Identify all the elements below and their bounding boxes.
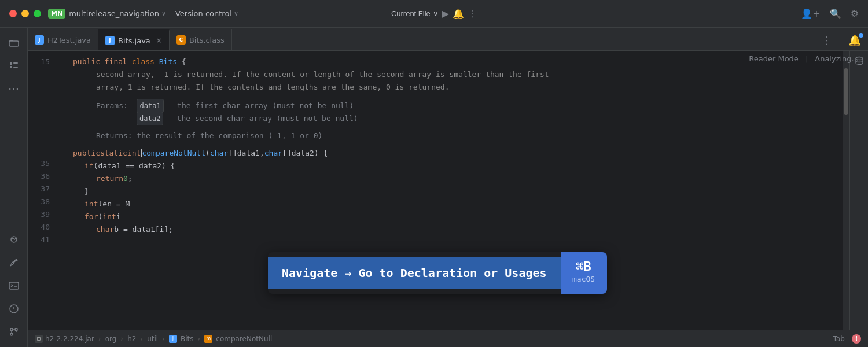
line-number-40: 40 [28,221,57,234]
notification-icon[interactable]: 🔔 [453,8,464,19]
breadcrumb-jar[interactable]: h2-2.2.224.jar [45,335,94,343]
svg-rect-7 [9,282,19,289]
doc-line-2: array, 1 is returned. If the contents an… [61,81,843,94]
tab-bits-class-label: Bits.class [189,36,225,45]
sidebar-item-folder[interactable] [3,32,24,53]
sidebar-item-build[interactable] [3,252,24,273]
line-number-39: 39 [28,208,57,221]
sidebar-item-structure[interactable] [3,56,24,76]
sidebar-item-warning[interactable] [3,298,24,319]
breadcrumb-method[interactable]: compareNotNull [216,335,272,343]
current-file-label: Current File [391,9,431,18]
tab-close-icon[interactable]: × [156,36,162,45]
current-file-chevron-icon: ∨ [433,9,439,18]
tab-bits-java-label: Bits.java [118,36,150,45]
line-number-blank-4 [28,106,57,119]
returns-label: Returns: [96,130,137,142]
titlebar-center: Current File ∨ ▶ 🔔 ⋮ [391,8,477,19]
returns-desc: the result of the comparison (-1, 1 or 0… [137,130,322,142]
line-number-blank-1 [28,68,57,81]
bits-java-file-icon: J [105,36,115,45]
params-label: Params: [96,99,128,112]
h2test-file-icon: J [35,35,44,45]
left-sidebar: ··· [0,28,28,347]
breadcrumb-sep-2: › [120,335,123,343]
maximize-button[interactable] [34,10,41,17]
error-icon: ! [852,334,861,344]
code-line-41: char b = data1[i]; [61,223,843,236]
code-line-35: public static int compareNotNull ( char … [61,147,843,160]
editor-container: J H2Test.java J Bits.java × C Bits.class… [28,28,868,347]
more-icon[interactable]: ⋮ [468,8,477,19]
param2-desc: – the second char array (must not be nul… [168,112,358,125]
traffic-lights [9,10,41,17]
version-control-chevron-icon[interactable]: ∨ [234,10,238,17]
line-numbers: 15 35 36 37 38 39 40 41 [28,51,57,330]
method-name: compareNotNull [142,147,205,160]
code-area[interactable]: public final class Bits { second array, … [57,51,843,330]
sidebar-item-terminal[interactable] [3,275,24,296]
line-number-41: 41 [28,234,57,246]
run-icon[interactable]: ▶ [442,8,449,19]
breadcrumb-sep-5: › [198,335,201,343]
breadcrumb-bits[interactable]: Bits [181,335,194,343]
code-line-37: return 0 ; [61,172,843,185]
search-icon[interactable]: 🔍 [830,8,841,19]
breadcrumb-h2[interactable]: h2 [127,335,136,343]
breadcrumb-sep-3: › [140,335,143,343]
svg-rect-2 [10,62,12,65]
code-line-36: if (data1 == data2) { [61,160,843,172]
minimize-button[interactable] [21,10,29,17]
scrollbar-thumb[interactable] [844,68,848,115]
code-line-39: int len = M [61,198,843,211]
tooltip-popup: Navigate → Go to Declaration or Usages ⌘… [268,252,607,294]
project-badge: MN [48,9,65,19]
breadcrumb-org[interactable]: org [105,335,117,343]
param2-name: data2 [137,112,163,125]
version-control-label[interactable]: Version control [175,9,231,18]
line-number-36: 36 [28,170,57,183]
sidebar-item-git[interactable] [3,322,24,342]
scrollbar-track[interactable] [843,51,849,330]
editor-content: Reader Mode | Analyzing... 15 35 36 37 3… [28,51,868,330]
bell-notification-dot [859,33,863,38]
svg-rect-1 [9,41,19,46]
notifications-bell-icon[interactable]: 🔔 [841,29,868,50]
tab-h2test[interactable]: J H2Test.java [28,29,98,50]
tooltip-main: Navigate → Go to Declaration or Usages [268,257,561,289]
tab-h2test-label: H2Test.java [47,36,91,45]
tab-bits-java[interactable]: J Bits.java × [98,29,170,50]
line-number-blank-3 [28,94,57,106]
error-badge[interactable]: ! [852,334,861,344]
svg-rect-3 [13,62,18,64]
code-line-15: public final class Bits { [61,56,843,68]
param1-desc: – the first char array (must not be null… [168,99,354,112]
settings-icon[interactable]: ⚙ [851,8,859,19]
project-chevron-icon[interactable]: ∨ [161,10,166,17]
code-line-38: } [61,185,843,198]
params-spacer [61,125,843,130]
reader-bar: Reader Mode | Analyzing... [749,51,859,67]
tooltip-shortcut: ⌘B macOS [561,252,607,294]
current-file-button[interactable]: Current File ∨ [391,9,439,18]
returns-line: Returns: the result of the comparison (-… [61,130,843,142]
line-number-15: 15 [28,56,57,68]
right-sidebar [849,51,868,330]
svg-point-10 [10,333,13,335]
sidebar-item-debug[interactable] [3,229,24,250]
shortcut-key: ⌘B [576,260,591,273]
reader-mode-button[interactable]: Reader Mode [749,54,799,63]
svg-point-9 [10,328,13,331]
tooltip-text: Navigate → Go to Declaration or Usages [282,267,547,279]
close-button[interactable] [9,10,17,17]
doc-spacer [61,94,843,99]
tabs-more-button[interactable]: ⋮ [815,29,839,50]
keyword-class: class [132,57,155,66]
person-add-icon[interactable]: 👤+ [801,8,820,19]
sidebar-item-more[interactable]: ··· [3,79,24,99]
tab-bits-class[interactable]: C Bits.class [170,29,232,50]
svg-point-6 [11,237,17,242]
breadcrumb-util[interactable]: util [147,335,158,343]
main-layout: ··· J H2Test.java J Bits.java [0,28,868,347]
bits-class-file-icon: C [176,35,186,45]
